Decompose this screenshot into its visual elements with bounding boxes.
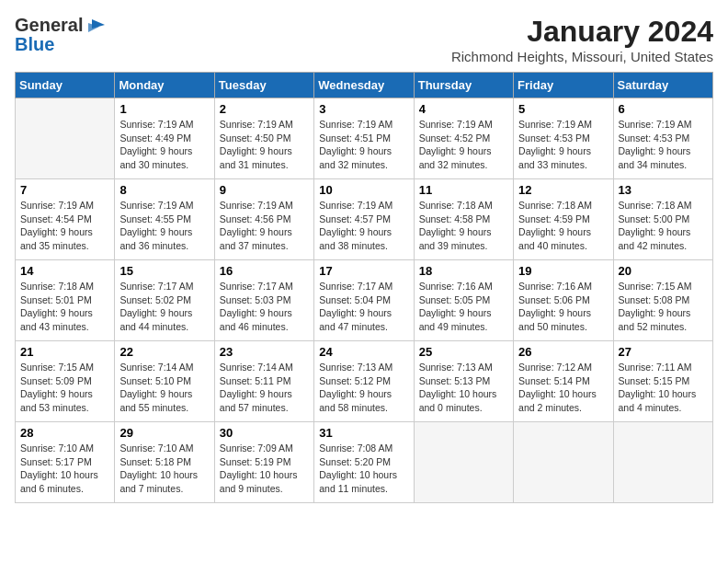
day-number: 18 [419,264,508,278]
week-row-3: 14Sunrise: 7:18 AMSunset: 5:01 PMDayligh… [16,260,713,341]
week-row-2: 7Sunrise: 7:19 AMSunset: 4:54 PMDaylight… [16,179,713,260]
calendar-table: SundayMondayTuesdayWednesdayThursdayFrid… [15,72,713,503]
calendar-cell: 1Sunrise: 7:19 AMSunset: 4:49 PMDaylight… [115,98,214,179]
day-number: 27 [619,345,708,359]
day-info: Sunrise: 7:11 AMSunset: 5:15 PMDaylight:… [619,361,708,415]
day-info: Sunrise: 7:17 AMSunset: 5:03 PMDaylight:… [220,280,309,334]
day-info: Sunrise: 7:12 AMSunset: 5:14 PMDaylight:… [518,361,608,415]
calendar-cell [514,422,613,503]
day-info: Sunrise: 7:14 AMSunset: 5:10 PMDaylight:… [119,361,209,415]
day-info: Sunrise: 7:18 AMSunset: 4:59 PMDaylight:… [518,199,608,253]
column-header-saturday: Saturday [613,73,712,98]
column-header-friday: Friday [514,73,613,98]
day-number: 24 [319,345,408,359]
calendar-cell [16,98,115,179]
calendar-cell: 13Sunrise: 7:18 AMSunset: 5:00 PMDayligh… [613,179,712,260]
calendar-cell: 4Sunrise: 7:19 AMSunset: 4:52 PMDaylight… [414,98,513,179]
logo-bird-icon [85,16,105,36]
day-number: 15 [119,264,209,278]
calendar-cell: 19Sunrise: 7:16 AMSunset: 5:06 PMDayligh… [514,260,613,341]
day-info: Sunrise: 7:13 AMSunset: 5:12 PMDaylight:… [319,361,408,415]
calendar-cell: 27Sunrise: 7:11 AMSunset: 5:15 PMDayligh… [613,341,712,422]
day-info: Sunrise: 7:19 AMSunset: 4:49 PMDaylight:… [119,118,209,172]
column-header-thursday: Thursday [414,73,513,98]
calendar-cell: 20Sunrise: 7:15 AMSunset: 5:08 PMDayligh… [613,260,712,341]
day-info: Sunrise: 7:10 AMSunset: 5:17 PMDaylight:… [20,442,109,496]
calendar-cell: 16Sunrise: 7:17 AMSunset: 5:03 PMDayligh… [214,260,313,341]
page-header: General Blue January 2024 Richmond Heigh… [15,15,713,64]
day-number: 1 [119,102,209,116]
calendar-header-row: SundayMondayTuesdayWednesdayThursdayFrid… [16,73,713,98]
week-row-4: 21Sunrise: 7:15 AMSunset: 5:09 PMDayligh… [16,341,713,422]
day-info: Sunrise: 7:19 AMSunset: 4:57 PMDaylight:… [319,199,408,253]
calendar-cell: 25Sunrise: 7:13 AMSunset: 5:13 PMDayligh… [414,341,513,422]
day-number: 30 [220,426,309,440]
title-area: January 2024 Richmond Heights, Missouri,… [451,15,713,64]
day-number: 26 [518,345,608,359]
logo-general-text: General [15,15,83,36]
day-info: Sunrise: 7:10 AMSunset: 5:18 PMDaylight:… [119,442,209,496]
day-number: 21 [20,345,109,359]
calendar-cell [613,422,712,503]
calendar-cell: 7Sunrise: 7:19 AMSunset: 4:54 PMDaylight… [16,179,115,260]
calendar-cell: 15Sunrise: 7:17 AMSunset: 5:02 PMDayligh… [115,260,214,341]
location: Richmond Heights, Missouri, United State… [451,49,713,64]
day-number: 31 [319,426,408,440]
calendar-cell: 29Sunrise: 7:10 AMSunset: 5:18 PMDayligh… [115,422,214,503]
day-info: Sunrise: 7:16 AMSunset: 5:06 PMDaylight:… [518,280,608,334]
calendar-cell: 8Sunrise: 7:19 AMSunset: 4:55 PMDaylight… [115,179,214,260]
calendar-cell: 23Sunrise: 7:14 AMSunset: 5:11 PMDayligh… [214,341,313,422]
day-info: Sunrise: 7:18 AMSunset: 5:01 PMDaylight:… [20,280,109,334]
day-number: 6 [619,102,708,116]
day-info: Sunrise: 7:17 AMSunset: 5:02 PMDaylight:… [119,280,209,334]
day-number: 8 [119,183,209,197]
column-header-tuesday: Tuesday [214,73,313,98]
day-number: 11 [419,183,508,197]
day-info: Sunrise: 7:19 AMSunset: 4:51 PMDaylight:… [319,118,408,172]
calendar-cell: 12Sunrise: 7:18 AMSunset: 4:59 PMDayligh… [514,179,613,260]
calendar-cell: 26Sunrise: 7:12 AMSunset: 5:14 PMDayligh… [514,341,613,422]
logo: General Blue [15,15,105,55]
calendar-cell: 17Sunrise: 7:17 AMSunset: 5:04 PMDayligh… [314,260,414,341]
day-info: Sunrise: 7:19 AMSunset: 4:56 PMDaylight:… [220,199,309,253]
day-info: Sunrise: 7:19 AMSunset: 4:50 PMDaylight:… [220,118,309,172]
day-number: 28 [20,426,109,440]
calendar-cell [414,422,513,503]
calendar-cell: 24Sunrise: 7:13 AMSunset: 5:12 PMDayligh… [314,341,414,422]
day-info: Sunrise: 7:14 AMSunset: 5:11 PMDaylight:… [220,361,309,415]
day-info: Sunrise: 7:19 AMSunset: 4:52 PMDaylight:… [419,118,508,172]
day-number: 10 [319,183,408,197]
calendar-cell: 2Sunrise: 7:19 AMSunset: 4:50 PMDaylight… [214,98,313,179]
day-number: 16 [220,264,309,278]
day-number: 5 [518,102,608,116]
day-info: Sunrise: 7:18 AMSunset: 4:58 PMDaylight:… [419,199,508,253]
calendar-cell: 11Sunrise: 7:18 AMSunset: 4:58 PMDayligh… [414,179,513,260]
day-number: 25 [419,345,508,359]
calendar-cell: 3Sunrise: 7:19 AMSunset: 4:51 PMDaylight… [314,98,414,179]
day-number: 4 [419,102,508,116]
calendar-cell: 18Sunrise: 7:16 AMSunset: 5:05 PMDayligh… [414,260,513,341]
logo-blue-text: Blue [15,34,54,55]
day-number: 22 [119,345,209,359]
day-number: 3 [319,102,408,116]
calendar-cell: 31Sunrise: 7:08 AMSunset: 5:20 PMDayligh… [314,422,414,503]
day-info: Sunrise: 7:19 AMSunset: 4:55 PMDaylight:… [119,199,209,253]
day-number: 19 [518,264,608,278]
day-number: 17 [319,264,408,278]
day-number: 12 [518,183,608,197]
calendar-cell: 21Sunrise: 7:15 AMSunset: 5:09 PMDayligh… [16,341,115,422]
column-header-monday: Monday [115,73,214,98]
day-number: 14 [20,264,109,278]
day-info: Sunrise: 7:19 AMSunset: 4:53 PMDaylight:… [518,118,608,172]
day-info: Sunrise: 7:08 AMSunset: 5:20 PMDaylight:… [319,442,408,496]
calendar-cell: 5Sunrise: 7:19 AMSunset: 4:53 PMDaylight… [514,98,613,179]
day-number: 7 [20,183,109,197]
day-info: Sunrise: 7:17 AMSunset: 5:04 PMDaylight:… [319,280,408,334]
calendar-cell: 28Sunrise: 7:10 AMSunset: 5:17 PMDayligh… [16,422,115,503]
week-row-5: 28Sunrise: 7:10 AMSunset: 5:17 PMDayligh… [16,422,713,503]
day-info: Sunrise: 7:19 AMSunset: 4:54 PMDaylight:… [20,199,109,253]
calendar-cell: 22Sunrise: 7:14 AMSunset: 5:10 PMDayligh… [115,341,214,422]
month-year: January 2024 [451,15,713,49]
calendar-cell: 6Sunrise: 7:19 AMSunset: 4:53 PMDaylight… [613,98,712,179]
day-info: Sunrise: 7:18 AMSunset: 5:00 PMDaylight:… [619,199,708,253]
